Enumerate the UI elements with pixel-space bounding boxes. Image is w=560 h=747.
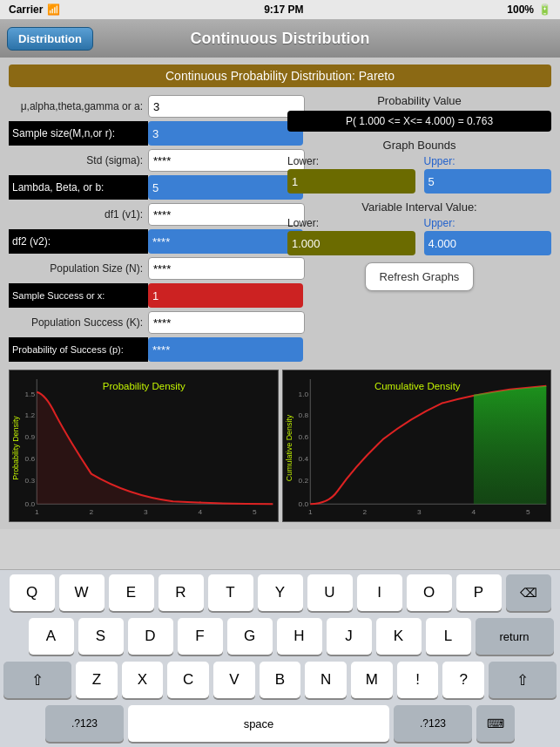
refresh-graphs-button[interactable]: Refresh Graphs (365, 262, 475, 291)
time-display: 9:17 PM (264, 3, 303, 16)
label-df1: df1 (v1): (9, 208, 148, 221)
probability-density-graph: 0.0 0.3 0.6 0.9 1.2 1.5 1 2 3 4 5 Probab… (9, 370, 279, 522)
key-i[interactable]: I (357, 574, 402, 611)
interval-bounds-row: Lower: Upper: (287, 217, 551, 255)
field-row-df2: df2 (v2): (9, 229, 279, 254)
lower-bound-group: Lower: (287, 155, 415, 194)
keyboard: Q W E R T Y U I O P ⌫ A S D F G H J K L … (0, 569, 560, 747)
svg-text:0.0: 0.0 (25, 500, 36, 508)
interval-lower-input[interactable] (287, 231, 415, 255)
svg-text:4: 4 (471, 508, 476, 516)
key-q[interactable]: Q (10, 574, 55, 611)
key-t[interactable]: T (208, 574, 253, 611)
input-prob-success[interactable] (148, 337, 303, 362)
main-content: Continuous Probability Distribution: Par… (0, 58, 560, 529)
interval-upper-input[interactable] (424, 231, 552, 255)
input-df1[interactable] (148, 203, 305, 226)
input-df2[interactable] (148, 229, 303, 254)
svg-text:0.6: 0.6 (298, 433, 308, 441)
svg-text:1: 1 (35, 508, 39, 516)
content-row: μ,alpha,theta,gamma or a: Sample size(M,… (9, 94, 551, 364)
upper-bound-label: Upper: (424, 155, 552, 167)
key-question[interactable]: ? (442, 662, 484, 698)
field-row-sample-success: Sample Success or x: (9, 283, 279, 308)
key-l[interactable]: L (426, 618, 471, 655)
probability-value-title: Probability Value (287, 94, 551, 107)
key-u[interactable]: U (307, 574, 353, 611)
key-s[interactable]: S (78, 618, 124, 655)
key-k[interactable]: K (376, 618, 422, 655)
distribution-title: Continuous Probability Distribution: Par… (9, 65, 551, 87)
input-mu[interactable] (148, 95, 305, 118)
key-v[interactable]: V (213, 662, 255, 698)
key-exclaim[interactable]: ! (397, 662, 439, 698)
svg-text:Probability Density: Probability Density (103, 381, 186, 391)
label-lambda: Lambda, Beta, or b: (9, 175, 148, 200)
key-p[interactable]: P (456, 574, 502, 611)
svg-text:2: 2 (89, 508, 93, 516)
key-f[interactable]: F (178, 618, 223, 655)
cumulative-density-svg: 0.0 0.2 0.4 0.6 0.8 1.0 1 2 3 4 5 Cumula… (283, 370, 551, 521)
svg-text:0.2: 0.2 (298, 477, 308, 485)
key-e[interactable]: E (109, 574, 154, 611)
key-z[interactable]: Z (76, 662, 118, 698)
svg-text:2: 2 (362, 508, 367, 516)
graphs-row: 0.0 0.3 0.6 0.9 1.2 1.5 1 2 3 4 5 Probab… (9, 370, 551, 522)
field-row-mu: μ,alpha,theta,gamma or a: (9, 94, 279, 119)
key-m[interactable]: M (351, 662, 393, 698)
return-key[interactable]: return (476, 618, 554, 655)
svg-text:0.3: 0.3 (25, 477, 36, 485)
left-column: μ,alpha,theta,gamma or a: Sample size(M,… (9, 94, 279, 364)
key-o[interactable]: O (407, 574, 452, 611)
key-y[interactable]: Y (258, 574, 303, 611)
key-g[interactable]: G (227, 618, 273, 655)
input-population-size[interactable] (148, 257, 305, 280)
svg-text:1.5: 1.5 (25, 390, 36, 398)
key-r[interactable]: R (159, 574, 204, 611)
upper-bound-input[interactable] (424, 169, 552, 194)
probability-value-display: P( 1.000 <= X<= 4.000) = 0.763 (287, 111, 551, 132)
key-j[interactable]: J (327, 618, 372, 655)
battery-icon: 🔋 (538, 3, 551, 16)
svg-text:0.4: 0.4 (298, 455, 308, 463)
field-row-sample-size: Sample size(M,n,or r): (9, 121, 279, 146)
input-sample-success[interactable] (148, 283, 303, 308)
svg-text:0.0: 0.0 (298, 500, 308, 508)
label-mu: μ,alpha,theta,gamma or a: (9, 100, 148, 112)
key-h[interactable]: H (277, 618, 322, 655)
field-row-std: Std (sigma): (9, 148, 279, 173)
keyboard-hide-key[interactable]: ⌨ (476, 705, 515, 742)
field-row-population-size: Population Size (N): (9, 256, 279, 281)
key-w[interactable]: W (59, 574, 105, 611)
key-b[interactable]: B (260, 662, 301, 698)
interval-lower-label: Lower: (287, 217, 415, 229)
key-c[interactable]: C (167, 662, 209, 698)
key-x[interactable]: X (122, 662, 164, 698)
key-n[interactable]: N (305, 662, 347, 698)
variable-interval-title: Variable Interval Value: (287, 200, 551, 214)
input-sample-size[interactable] (148, 121, 303, 146)
key-a[interactable]: A (29, 618, 74, 655)
label-sample-success: Sample Success or x: (9, 283, 148, 308)
numbers-left-key[interactable]: .?123 (45, 705, 124, 742)
lower-bound-input[interactable] (287, 169, 415, 194)
backspace-key[interactable]: ⌫ (506, 574, 551, 611)
key-d[interactable]: D (128, 618, 173, 655)
input-lambda[interactable] (148, 175, 303, 200)
space-key[interactable]: space (128, 705, 389, 742)
interval-lower-group: Lower: (287, 217, 415, 255)
label-sample-size: Sample size(M,n,or r): (9, 121, 148, 146)
shift-left-key[interactable]: ⇧ (3, 662, 71, 698)
label-population-success: Population Success (K): (9, 316, 148, 329)
numbers-right-key[interactable]: .?123 (394, 705, 472, 742)
shift-right-key[interactable]: ⇧ (489, 662, 557, 698)
battery-label: 100% (507, 3, 534, 16)
upper-bound-group: Upper: (424, 155, 552, 194)
svg-text:3: 3 (144, 508, 148, 516)
svg-text:Cumulative Density: Cumulative Density (374, 381, 460, 391)
probability-density-svg: 0.0 0.3 0.6 0.9 1.2 1.5 1 2 3 4 5 Probab… (10, 370, 278, 521)
nav-bar: Distribution Continuous Distribution (0, 19, 560, 58)
input-std[interactable] (148, 149, 305, 172)
input-population-success[interactable] (148, 311, 305, 334)
distribution-button[interactable]: Distribution (7, 27, 93, 51)
